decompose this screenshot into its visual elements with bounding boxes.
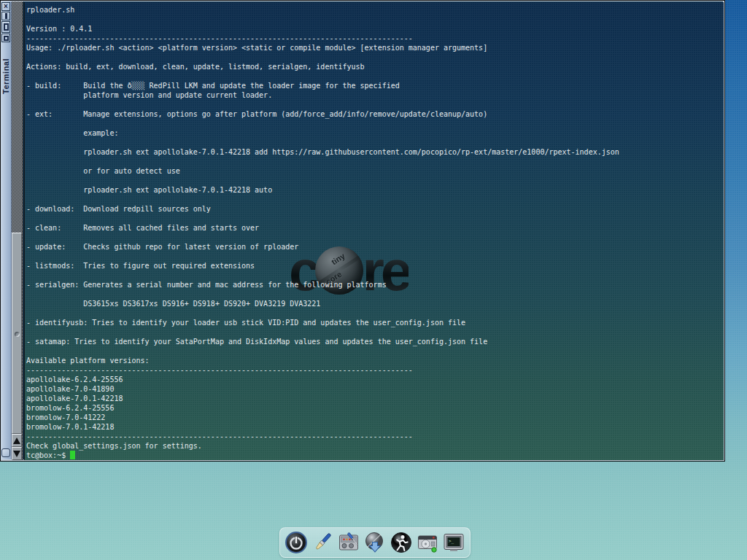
terminal-output: rploader.sh Version : 0.4.1 ------------… xyxy=(26,5,619,460)
terminal-content[interactable]: c tiny core re rploader.sh Version : 0.4… xyxy=(24,2,724,460)
window-title: Terminal xyxy=(1,43,11,94)
paintbrush-icon xyxy=(311,531,334,554)
control-panel-icon xyxy=(337,531,360,554)
dock-paint-button[interactable] xyxy=(311,531,335,555)
dock-mount-button[interactable] xyxy=(416,531,440,555)
terminal-icon: >_ xyxy=(442,531,465,554)
shade-button[interactable] xyxy=(1,12,10,20)
dock-run-button[interactable] xyxy=(390,531,414,555)
dock: >_ xyxy=(279,527,471,558)
scrollbar-arrows xyxy=(12,434,22,460)
screen: × Terminal xyxy=(0,0,747,560)
svg-text:>_: >_ xyxy=(449,538,454,544)
close-button[interactable]: × xyxy=(1,2,10,11)
scrollbar-dimple xyxy=(15,332,20,337)
dock-power-button[interactable] xyxy=(285,531,309,555)
resize-corner-button[interactable] xyxy=(1,448,10,457)
apps-download-icon xyxy=(363,531,387,554)
dock-terminal-button[interactable]: >_ xyxy=(442,531,466,555)
maximize-icon xyxy=(4,23,9,31)
mount-icon xyxy=(416,531,439,554)
scroll-down-button[interactable] xyxy=(12,447,22,460)
scroll-up-button[interactable] xyxy=(12,434,22,447)
terminal-window: × Terminal xyxy=(0,0,725,462)
run-icon xyxy=(390,531,413,554)
scrollbar-thumb[interactable] xyxy=(12,233,22,434)
iconify-button[interactable] xyxy=(1,34,10,42)
arrow-down-icon xyxy=(13,451,20,457)
dock-apps-button[interactable] xyxy=(363,531,387,555)
iconify-icon xyxy=(4,36,9,41)
power-icon xyxy=(285,531,308,554)
dock-control-panel-button[interactable] xyxy=(337,531,361,555)
terminal-scrollbar[interactable] xyxy=(12,1,23,460)
window-titlebar[interactable]: × Terminal xyxy=(1,1,12,459)
shade-icon xyxy=(5,13,7,19)
arrow-up-icon xyxy=(13,438,20,444)
terminal-cursor xyxy=(70,451,75,459)
maximize-button[interactable] xyxy=(1,21,10,33)
window-frame xyxy=(1,1,724,1)
